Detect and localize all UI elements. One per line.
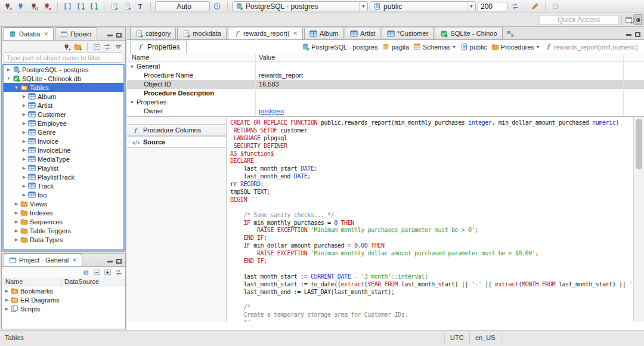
connect-button[interactable] [16,2,27,11]
tree-item-data-types[interactable]: ▶Data Types [4,235,123,244]
breadcrumb-item-postgresql-postgres[interactable]: PostgreSQL - postgres [302,43,377,51]
grid-row-owner[interactable]: Ownerpostgres [127,107,644,116]
expander-collapsed-icon[interactable]: ▶ [20,121,28,126]
nav-new-connection-button[interactable] [63,43,71,51]
expander-collapsed-icon[interactable]: ▶ [13,228,20,233]
grid-column-value[interactable]: Value [259,54,275,61]
transaction-log-button[interactable]: T [135,2,146,11]
expander-collapsed-icon[interactable]: ▶ [20,112,28,117]
expander-collapsed-icon[interactable]: ▶ [13,202,20,206]
project-tree[interactable]: ▶Bookmarks▶ER Diagrams▶Scripts [2,286,125,313]
expander-collapsed-icon[interactable]: ▶ [20,94,28,99]
transaction-mode-select[interactable]: Auto [155,1,210,11]
open-perspective-button[interactable] [624,14,634,25]
expander-collapsed-icon[interactable]: ▶ [3,298,11,302]
source-code-editor[interactable]: CREATE OR REPLACE FUNCTION public.reward… [227,117,633,322]
tree-item-invoiceline[interactable]: ▶InvoiceLine [4,146,123,155]
minimize-icon[interactable] [626,34,631,36]
tree-item-invoice[interactable]: ▶Invoice [4,137,123,146]
caret-down-icon[interactable]: ▼ [536,45,540,49]
breadcrumb-item-schemas[interactable]: Schemas▼ [413,43,456,51]
project-settings-button[interactable]: ⚙ [82,268,90,276]
scrollbar-thumb[interactable] [636,119,642,169]
tree-item-postgresql-postgres[interactable]: ▶PostgreSQL - postgres [4,65,123,74]
disconnect-button[interactable] [42,2,53,11]
expander-expanded-icon[interactable]: ▼ [13,85,20,89]
expander-collapsed-icon[interactable]: ▶ [20,193,28,197]
expander-collapsed-icon[interactable]: ▶ [20,175,28,180]
close-icon[interactable]: ✕ [72,257,77,263]
schema-select[interactable]: public ▼ [370,1,476,11]
minimize-icon[interactable] [107,35,113,36]
locale-indicator[interactable]: en_US [470,333,501,343]
tree-item-sqlite-chinook-db[interactable]: ▼SQLite - Chinook.db [4,74,123,83]
grid-column-divider[interactable] [255,54,256,116]
expander-collapsed-icon[interactable]: ▶ [20,148,28,153]
close-icon[interactable]: ✕ [293,30,298,36]
side-tab-procedure-columns[interactable]: fProcedure Columns [127,124,226,136]
dbeaver-perspective-button[interactable] [633,14,643,25]
tree-item-playlisttrack[interactable]: ▶PlaylistTrack [4,172,123,181]
breadcrumb-item-procedures[interactable]: Procedures▼ [491,43,540,51]
tree-item-table-triggers[interactable]: ▶Table Triggers [4,226,123,235]
expander-collapsed-icon[interactable]: ▶ [20,139,28,144]
tree-item-playlist[interactable]: ▶Playlist [4,163,123,172]
expander-expanded-icon[interactable]: ▼ [5,76,13,81]
maximize-icon[interactable] [116,259,122,264]
grid-row-procedure-description[interactable]: Procedure Description [127,89,644,98]
tab-проект[interactable]: Проект [55,27,97,40]
expander-collapsed-icon[interactable]: ▶ [20,166,28,171]
object-filter-input[interactable] [4,52,123,63]
tree-item-customer[interactable]: ▶Customer [4,110,123,119]
tree-item-indexes[interactable]: ▶Indexes [4,208,123,217]
expander-expanded-icon[interactable]: ▼ [130,62,134,71]
side-tab-source[interactable]: </>Source [127,136,226,148]
expander-expanded-icon[interactable]: ▼ [130,98,134,107]
sql-editor-button[interactable] [62,2,73,11]
tree-item-genre[interactable]: ▶Genre [4,128,123,137]
grid-row-general[interactable]: ▼General [127,62,644,71]
expander-collapsed-icon[interactable]: ▶ [13,220,20,224]
collapse-all-button[interactable] [93,268,101,276]
minimize-icon[interactable] [107,261,113,262]
collapse-all-button[interactable] [93,43,101,51]
tab-overflow-indicator[interactable]: »5 [504,27,517,39]
tab-properties[interactable]: f Properties [130,41,187,54]
tree-item-artist[interactable]: ▶Artist [4,101,123,110]
code-scrollbar[interactable] [633,117,644,322]
recent-sql-editor-button[interactable] [75,2,86,11]
editor-tab-album[interactable]: Album [304,27,343,39]
expander-collapsed-icon[interactable]: ▶ [3,289,11,294]
tree-item-foo[interactable]: ▶foo [4,190,123,199]
expander-collapsed-icon[interactable]: ▶ [20,184,28,189]
nav-new-folder-button[interactable] [74,43,82,51]
tree-item-mediatype[interactable]: ▶MediaType [4,155,123,163]
close-icon[interactable]: ✕ [44,31,48,37]
expand-all-button[interactable] [104,268,112,276]
history-button[interactable] [212,2,223,11]
database-tree[interactable]: ▶PostgreSQL - postgres▼SQLite - Chinook.… [2,64,125,251]
view-menu-button[interactable] [114,43,122,51]
grid-row-procedure-name[interactable]: Procedure Namerewards_report [127,71,644,80]
project-item-bookmarks[interactable]: ▶Bookmarks [2,286,125,295]
breadcrumb-item-rewards-report-int4-numeric-[interactable]: frewards_report(int4,numeric) [544,43,638,51]
project-item-scripts[interactable]: ▶Scripts [2,304,125,313]
owner-link[interactable]: postgres [259,107,284,116]
tree-item-sequences[interactable]: ▶Sequences [4,217,123,226]
expander-collapsed-icon[interactable]: ▶ [5,67,13,72]
expander-collapsed-icon[interactable]: ▶ [20,130,28,135]
grid-column-name[interactable]: Name [132,54,149,61]
link-with-editor-button[interactable] [114,268,122,276]
new-sql-editor-button[interactable] [88,2,100,11]
connection-select[interactable]: PostgreSQL - postgres ▼ [232,1,368,11]
tree-item-employee[interactable]: ▶Employee [4,119,123,128]
refresh-button[interactable] [509,2,521,11]
editor-tab-rewards-report-[interactable]: frewards_report(✕ [228,27,303,39]
editor-tab-artist[interactable]: Artist [345,27,380,39]
fetch-size-input[interactable] [478,2,507,11]
new-connection-button[interactable] [2,2,14,11]
tree-item-tables[interactable]: ▼Tables [4,83,123,92]
caret-down-icon[interactable]: ▼ [452,45,456,49]
tree-item-views[interactable]: ▶Views [4,199,123,208]
expander-collapsed-icon[interactable]: ▶ [13,237,20,242]
